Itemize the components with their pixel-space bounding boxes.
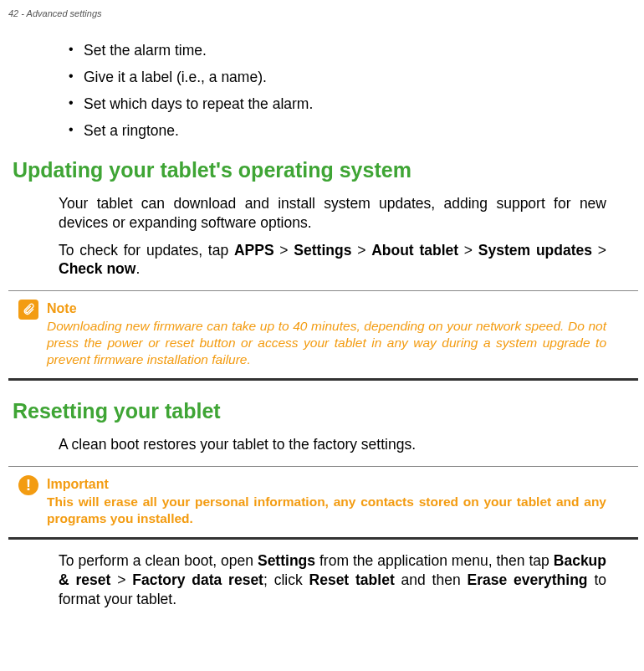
list-item: Set which days to repeat the alarm. (84, 95, 606, 113)
text: To check for updates, tap (59, 242, 234, 259)
note-body: Downloading new firmware can take up to … (47, 318, 606, 368)
list-item: Set the alarm time. (84, 42, 606, 59)
note-title: Note (47, 301, 606, 316)
settings-label: Settings (258, 552, 315, 569)
text: . (135, 260, 140, 277)
settings-label: Settings (294, 242, 351, 259)
text: and then (395, 571, 468, 588)
exclamation-icon: ! (18, 475, 38, 495)
note-callout: Note Downloading new firmware can take u… (8, 290, 638, 381)
text: > (351, 242, 371, 259)
list-item: Give it a label (i.e., a name). (84, 69, 606, 86)
list-item: Set a ringtone. (84, 122, 606, 140)
updating-para2: To check for updates, tap APPS > Setting… (59, 241, 606, 279)
check-now-label: Check now (59, 260, 135, 277)
updating-para1: Your tablet can download and install sys… (59, 194, 606, 233)
important-title: Important (47, 477, 606, 492)
factory-reset-label: Factory data reset (132, 571, 263, 588)
text: > (592, 242, 606, 259)
text: > (274, 242, 294, 259)
text: ; click (263, 571, 309, 588)
updating-heading: Updating your tablet's operating system (13, 158, 606, 182)
paperclip-icon (18, 300, 38, 320)
about-tablet-label: About tablet (371, 242, 458, 259)
resetting-para1: A clean boot restores your tablet to the… (59, 435, 606, 454)
resetting-heading: Resetting your tablet (13, 399, 606, 423)
important-body: This will erase all your personal inform… (47, 494, 606, 527)
content-area: Set the alarm time. Give it a label (i.e… (0, 42, 644, 609)
reset-tablet-label: Reset tablet (309, 571, 395, 588)
apps-label: APPS (234, 242, 274, 259)
erase-everything-label: Erase everything (468, 571, 588, 588)
resetting-para2: To perform a clean boot, open Settings f… (59, 551, 606, 608)
alarm-settings-list: Set the alarm time. Give it a label (i.e… (59, 42, 606, 140)
text: To perform a clean boot, open (59, 552, 258, 569)
text: > (110, 571, 132, 588)
important-callout: ! Important This will erase all your per… (8, 466, 638, 540)
system-updates-label: System updates (478, 242, 592, 259)
text: > (458, 242, 478, 259)
text: from the application menu, then tap (315, 552, 554, 569)
page-header: 42 - Advanced settings (0, 0, 644, 18)
